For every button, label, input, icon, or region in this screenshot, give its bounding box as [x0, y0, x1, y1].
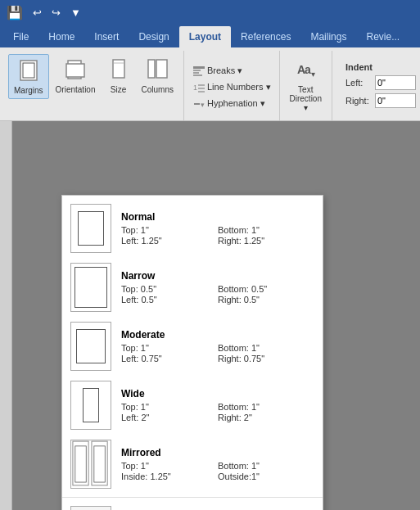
text-direction-icon: A a ▾ — [294, 57, 317, 83]
margin-narrow-right: Right: 0.5" — [218, 295, 314, 305]
title-bar: 💾 ↩ ↪ ▼ — [0, 0, 420, 25]
margin-details-mirrored: Mirrored Top: 1" Bottom: 1" Inside: 1.25… — [121, 447, 314, 481]
margin-narrow-bottom: Bottom: 0.5" — [218, 284, 314, 294]
size-label: Size — [111, 85, 126, 94]
indent-heading: Indent — [345, 62, 416, 72]
margin-item-normal[interactable]: Normal Top: 1" Bottom: 1" Left: 1.25" Ri… — [62, 199, 323, 258]
left-ruler — [0, 121, 12, 510]
tab-home[interactable]: Home — [38, 26, 84, 47]
margin-name-narrow: Narrow — [121, 270, 314, 282]
margin-wide-left: Left: 2" — [121, 413, 218, 422]
tab-references[interactable]: References — [231, 26, 300, 47]
main-content: Normal Top: 1" Bottom: 1" Left: 1.25" Ri… — [12, 121, 420, 510]
svg-rect-6 — [148, 60, 155, 78]
breaks-label: Breaks ▾ — [207, 65, 242, 76]
line-numbers-label: Line Numbers ▾ — [207, 82, 271, 93]
save-icon[interactable]: 💾 — [7, 5, 23, 20]
more-icon[interactable]: ▼ — [67, 5, 84, 20]
svg-text:1: 1 — [193, 83, 197, 92]
ribbon-tabs: File Home Insert Design Layout Reference… — [0, 25, 420, 47]
custom-margins-item[interactable]: ★ Custom Margins — [62, 501, 323, 510]
margin-mirrored-inside: Inside: 1.25" — [121, 472, 218, 481]
orientation-icon — [64, 57, 87, 83]
left-indent-label: Left: — [345, 78, 372, 88]
margin-moderate-bottom: Bottom: 1" — [218, 343, 314, 353]
margin-item-wide[interactable]: Wide Top: 1" Bottom: 1" Left: 2" Right: … — [62, 376, 323, 435]
margin-name-wide: Wide — [121, 388, 314, 399]
tab-review[interactable]: Revie... — [356, 26, 409, 47]
margin-narrow-left: Left: 0.5" — [121, 295, 218, 305]
margin-details-wide: Wide Top: 1" Bottom: 1" Left: 2" Right: … — [121, 388, 314, 422]
margin-item-moderate[interactable]: Moderate Top: 1" Bottom: 1" Left: 0.75" … — [62, 317, 323, 376]
right-indent-input[interactable] — [375, 93, 416, 108]
size-button[interactable]: Size — [102, 54, 135, 97]
svg-text:▾: ▾ — [201, 101, 205, 109]
margin-details-narrow: Narrow Top: 0.5" Bottom: 0.5" Left: 0.5"… — [121, 270, 314, 305]
svg-text:▾: ▾ — [311, 70, 315, 79]
margin-moderate-right: Right: 0.75" — [218, 354, 314, 363]
margin-icon-narrow — [70, 263, 111, 312]
ribbon: Margins Orientation — [0, 47, 420, 121]
tab-file[interactable]: File — [3, 26, 38, 47]
tab-mailings[interactable]: Mailings — [300, 26, 356, 47]
svg-rect-4 — [113, 60, 124, 78]
undo-icon[interactable]: ↩ — [29, 5, 45, 20]
ribbon-group-page-setup: Margins Orientation — [3, 51, 184, 120]
margin-mirrored-top: Top: 1" — [121, 461, 218, 471]
size-icon — [107, 57, 130, 83]
breaks-button[interactable]: Breaks ▾ — [189, 64, 246, 79]
margin-mirrored-bottom: Bottom: 1" — [218, 461, 314, 471]
columns-icon — [146, 57, 169, 83]
redo-icon[interactable]: ↪ — [48, 5, 64, 20]
svg-rect-7 — [156, 60, 167, 78]
columns-label: Columns — [142, 85, 174, 94]
margins-dropdown: Normal Top: 1" Bottom: 1" Left: 1.25" Ri… — [61, 195, 323, 510]
margin-item-narrow[interactable]: Narrow Top: 0.5" Bottom: 0.5" Left: 0.5"… — [62, 258, 323, 317]
line-numbers-button[interactable]: 1 Line Numbers ▾ — [189, 80, 274, 95]
orientation-button[interactable]: Orientation — [51, 54, 101, 97]
content-area: Normal Top: 1" Bottom: 1" Left: 1.25" Ri… — [0, 121, 420, 510]
margin-normal-left: Left: 1.25" — [121, 236, 218, 246]
tab-insert[interactable]: Insert — [84, 26, 129, 47]
right-indent-label: Right: — [345, 96, 372, 106]
hyphenation-label: Hyphenation ▾ — [207, 98, 265, 109]
columns-button[interactable]: Columns — [137, 54, 178, 97]
orientation-label: Orientation — [56, 85, 96, 94]
margin-name-moderate: Moderate — [121, 329, 314, 341]
custom-margins-icon: ★ — [70, 506, 111, 510]
margins-button[interactable]: Margins — [8, 54, 49, 99]
margin-narrow-top: Top: 0.5" — [121, 284, 218, 294]
margin-name-normal: Normal — [121, 211, 314, 223]
margins-icon — [17, 58, 40, 84]
ribbon-group-breaks: Breaks ▾ 1 Line Numbers ▾ ▾ Hyphenation … — [184, 51, 280, 120]
margins-label: Margins — [14, 86, 43, 95]
svg-rect-3 — [66, 64, 84, 77]
ribbon-group-textdir: A a ▾ Text Direction ▾ — [280, 51, 332, 120]
margin-details-moderate: Moderate Top: 1" Bottom: 1" Left: 0.75" … — [121, 329, 314, 363]
hyphenation-button[interactable]: ▾ Hyphenation ▾ — [189, 97, 269, 111]
tab-design[interactable]: Design — [129, 26, 178, 47]
margin-normal-top: Top: 1" — [121, 225, 218, 235]
margin-icon-wide — [70, 381, 111, 430]
margin-wide-top: Top: 1" — [121, 402, 218, 412]
margin-wide-right: Right: 2" — [218, 413, 314, 422]
margin-moderate-top: Top: 1" — [121, 343, 218, 353]
ribbon-group-indent: Indent Left: Right: — [332, 51, 420, 120]
margin-icon-moderate — [70, 322, 111, 371]
margin-name-mirrored: Mirrored — [121, 447, 314, 458]
svg-text:a: a — [305, 63, 311, 76]
left-indent-input[interactable] — [375, 75, 416, 90]
dropdown-separator — [62, 497, 323, 498]
margin-details-normal: Normal Top: 1" Bottom: 1" Left: 1.25" Ri… — [121, 211, 314, 246]
margin-wide-bottom: Bottom: 1" — [218, 402, 314, 412]
margin-normal-bottom: Bottom: 1" — [218, 225, 314, 235]
tab-layout[interactable]: Layout — [179, 26, 231, 47]
margin-mirrored-outside: Outside:1" — [218, 472, 314, 481]
margin-icon-normal — [70, 204, 111, 253]
margin-item-mirrored[interactable]: Mirrored Top: 1" Bottom: 1" Inside: 1.25… — [62, 435, 323, 494]
text-direction-button[interactable]: A a ▾ Text Direction ▾ — [285, 54, 327, 115]
margin-icon-mirrored — [70, 440, 111, 489]
text-direction-label: Text Direction ▾ — [290, 85, 322, 112]
margin-moderate-left: Left: 0.75" — [121, 354, 218, 363]
margin-normal-right: Right: 1.25" — [218, 236, 314, 246]
